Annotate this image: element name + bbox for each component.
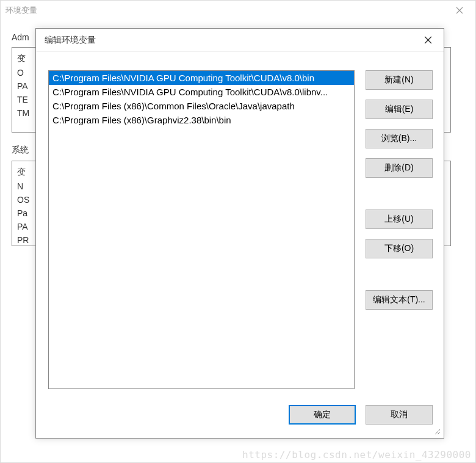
close-icon — [424, 36, 432, 44]
path-list[interactable]: C:\Program Files\NVIDIA GPU Computing To… — [48, 70, 355, 389]
outer-titlebar: 环境变量 — [1, 1, 475, 20]
button-column: 新建(N) 编辑(E) 浏览(B)... 删除(D) 上移(U) 下移(O) 编… — [366, 70, 433, 394]
movedown-button[interactable]: 下移(O) — [366, 239, 433, 258]
outer-title: 环境变量 — [5, 5, 446, 16]
spacer — [366, 188, 433, 200]
path-item[interactable]: C:\Program Files (x86)\Graphviz2.38\bin\… — [49, 113, 354, 127]
dialog-close-button[interactable] — [414, 31, 441, 50]
path-item[interactable]: C:\Program Files\NVIDIA GPU Computing To… — [49, 85, 354, 99]
resize-grip-icon[interactable] — [434, 428, 441, 436]
edit-env-var-dialog: 编辑环境变量 C:\Program Files\NVIDIA GPU Compu… — [35, 28, 444, 439]
delete-button[interactable]: 删除(D) — [366, 158, 433, 178]
spacer — [366, 268, 433, 280]
dialog-content: C:\Program Files\NVIDIA GPU Computing To… — [36, 52, 444, 405]
moveup-button[interactable]: 上移(U) — [366, 210, 433, 229]
path-item[interactable]: C:\Program Files (x86)\Common Files\Orac… — [49, 99, 354, 113]
browse-button[interactable]: 浏览(B)... — [366, 129, 433, 148]
cancel-button[interactable]: 取消 — [366, 405, 433, 425]
inner-titlebar: 编辑环境变量 — [36, 29, 444, 52]
dialog-title: 编辑环境变量 — [45, 35, 414, 46]
close-icon — [456, 7, 463, 14]
outer-close-button[interactable] — [446, 2, 473, 19]
watermark: https://blog.csdn.net/weixin_43290000 — [242, 449, 471, 461]
new-button[interactable]: 新建(N) — [366, 70, 433, 90]
path-item[interactable]: C:\Program Files\NVIDIA GPU Computing To… — [49, 71, 354, 85]
edit-button[interactable]: 编辑(E) — [366, 100, 433, 119]
ok-button[interactable]: 确定 — [289, 405, 356, 425]
dialog-footer: 确定 取消 — [36, 405, 444, 438]
edittext-button[interactable]: 编辑文本(T)... — [366, 290, 433, 310]
